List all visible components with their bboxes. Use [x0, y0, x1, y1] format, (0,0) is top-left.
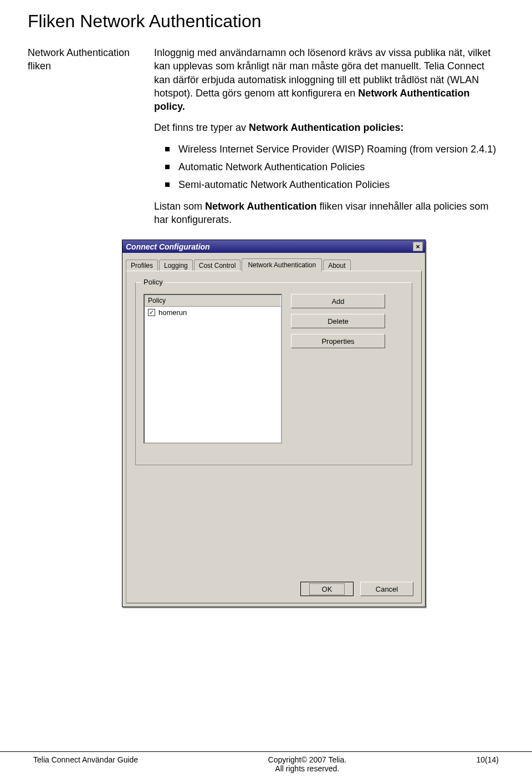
group-label: Policy	[141, 278, 165, 286]
para2-bold: Network Authentication policies:	[249, 122, 403, 133]
paragraph-3: Listan som Network Authentication fliken…	[154, 200, 499, 227]
side-label: Network Authentication fliken	[28, 46, 139, 234]
footer-left: Telia Connect Användar Guide	[33, 752, 138, 764]
para2-text: Det finns tre typer av	[154, 122, 249, 133]
policy-list: Wireless Internet Service Provider (WISP…	[154, 143, 499, 192]
add-button[interactable]: Add	[291, 294, 385, 308]
paragraph-1: Inloggnig med användarnamn och lösenord …	[154, 46, 499, 113]
checkbox-icon[interactable]: ✓	[148, 309, 155, 316]
dialog-tabs: Profiles Logging Cost Control Network Au…	[126, 257, 422, 271]
paragraph-2: Det finns tre typer av Network Authentic…	[154, 121, 499, 134]
tab-profiles[interactable]: Profiles	[126, 260, 158, 271]
close-icon[interactable]: ×	[413, 242, 423, 251]
properties-button[interactable]: Properties	[291, 334, 385, 348]
dialog-titlebar: Connect Configuration ×	[122, 240, 425, 253]
delete-button[interactable]: Delete	[291, 314, 385, 328]
cancel-button[interactable]: Cancel	[360, 582, 413, 596]
dialog-title: Connect Configuration	[126, 242, 210, 251]
connect-configuration-dialog: Connect Configuration × Profiles Logging…	[122, 240, 426, 607]
tab-logging[interactable]: Logging	[159, 260, 193, 271]
page-footer: Telia Connect Användar Guide Copyright© …	[0, 751, 532, 773]
list-item-label: homerun	[158, 308, 187, 317]
list-header: Policy	[145, 295, 281, 307]
tab-cost-control[interactable]: Cost Control	[194, 260, 241, 271]
policy-listbox[interactable]: Policy ✓ homerun	[144, 294, 282, 444]
para3-b: Network Authentication	[205, 201, 316, 212]
main-content: Inloggnig med användarnamn och lösenord …	[154, 46, 499, 234]
footer-rights: All rights reserved.	[268, 764, 347, 773]
page-title: Fliken Network Authentication	[28, 11, 499, 32]
para3-a: Listan som	[154, 201, 205, 212]
footer-right: 10(14)	[477, 752, 499, 764]
footer-copyright: Copyright© 2007 Telia.	[268, 755, 347, 764]
ok-button[interactable]: OK	[300, 582, 354, 596]
tab-network-authentication[interactable]: Network Authentication	[242, 258, 322, 272]
list-item: Automatic Network Authentication Policie…	[154, 160, 499, 174]
footer-center: Copyright© 2007 Telia. All rights reserv…	[268, 752, 347, 773]
list-item: Semi-automatic Network Authentication Po…	[154, 178, 499, 191]
tab-about[interactable]: About	[323, 260, 350, 271]
dialog-panel: Policy Policy ✓ homerun Add Delete	[126, 271, 422, 603]
list-item[interactable]: ✓ homerun	[145, 307, 281, 318]
list-item: Wireless Internet Service Provider (WISP…	[154, 143, 499, 156]
policy-group: Policy Policy ✓ homerun Add Delete	[135, 282, 412, 465]
ok-label: OK	[309, 583, 345, 595]
